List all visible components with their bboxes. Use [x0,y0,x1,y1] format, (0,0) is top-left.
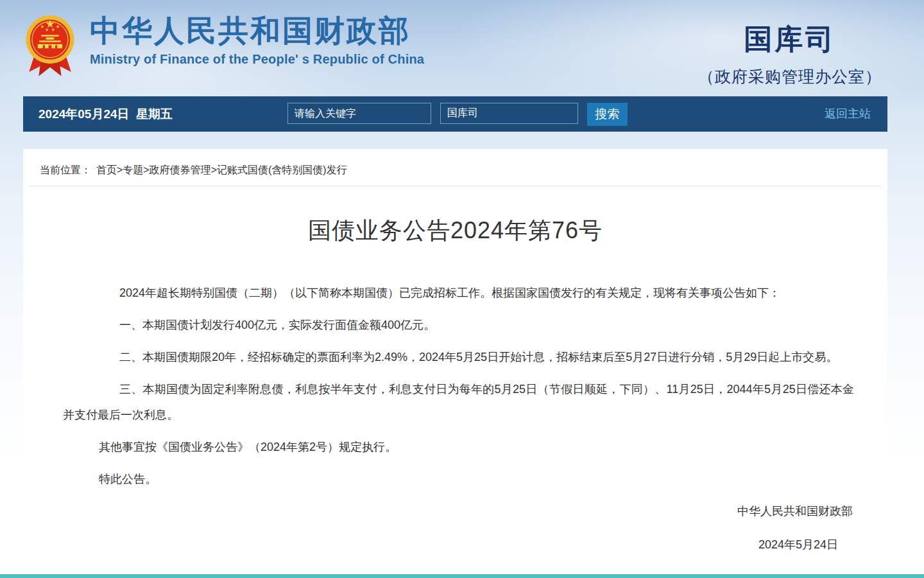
signature-issuer: 中华人民共和国财政部 [63,498,854,524]
paragraph-intro: 2024年超长期特别国债（二期）（以下简称本期国债）已完成招标工作。根据国家国债… [63,280,854,306]
current-date: 2024年05月24日 星期五 [38,96,173,132]
top-navbar: 2024年05月24日 星期五 搜索 返回主站 [23,96,887,132]
paragraph-closing: 特此公告。 [63,466,854,492]
search-button[interactable]: 搜索 [587,103,628,126]
brand: 中华人民共和国财政部 Ministry of Finance of the Pe… [24,9,424,81]
search-input[interactable] [287,103,431,124]
content-panel: 当前位置：首页>专题>政府债券管理>记账式国债(含特别国债)发行 国债业务公告2… [23,149,887,574]
paragraph-item-1: 一、本期国债计划发行400亿元，实际发行面值金额400亿元。 [63,312,854,338]
search-scope-input[interactable] [440,103,578,124]
back-to-main-site-link[interactable]: 返回主站 [825,96,871,132]
breadcrumb-path[interactable]: 首页>专题>政府债券管理>记账式国债(含特别国债)发行 [96,164,347,175]
site-header: 中华人民共和国财政部 Ministry of Finance of the Pe… [0,0,924,96]
department-block: 国库司 （政府采购管理办公室） [697,21,883,87]
paragraph-other: 其他事宜按《国债业务公告》（2024年第2号）规定执行。 [63,434,854,460]
brand-text: 中华人民共和国财政部 Ministry of Finance of the Pe… [90,14,424,67]
breadcrumb-label: 当前位置： [40,164,91,175]
department-title: 国库司 [697,21,883,58]
ministry-title-cn: 中华人民共和国财政部 [90,14,424,48]
breadcrumb-divider [30,186,881,186]
ministry-title-en: Ministry of Finance of the People' s Rep… [90,52,424,67]
announcement-title: 国债业务公告2024年第76号 [23,215,887,247]
paragraph-item-2: 二、本期国债期限20年，经招标确定的票面利率为2.49%，2024年5月25日开… [80,344,854,370]
signature-date: 2024年5月24日 [63,532,854,557]
bottom-accent-line [0,574,924,578]
breadcrumb: 当前位置：首页>专题>政府债券管理>记账式国债(含特别国债)发行 [23,149,887,177]
national-emblem-icon[interactable] [24,9,76,81]
announcement-body: 2024年超长期特别国债（二期）（以下简称本期国债）已完成招标工作。根据国家国债… [23,280,887,557]
page: 中华人民共和国财政部 Ministry of Finance of the Pe… [0,0,924,578]
paragraph-item-3: 三、本期国债为固定利率附息债，利息按半年支付，利息支付日为每年的5月25日（节假… [63,376,854,428]
department-subtitle: （政府采购管理办公室） [697,66,883,87]
